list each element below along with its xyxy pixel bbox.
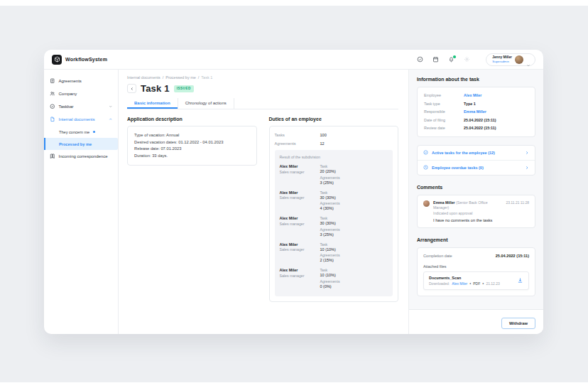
- description-line: Desired vacation dates: 01.12.2022 - 04.…: [134, 139, 250, 146]
- sidebar-item-company[interactable]: Company: [44, 87, 118, 100]
- withdraw-button[interactable]: Withdraw: [501, 318, 535, 329]
- application-description-box: Type of vacation: Annual Desired vacatio…: [127, 126, 257, 166]
- document-icon: [50, 78, 55, 84]
- subdivision-title: Result of the subdivision: [280, 155, 388, 159]
- comment-text: I have no comments on the tasks: [433, 218, 529, 222]
- chevron-down-icon: [526, 58, 530, 62]
- description-line: Type of vacation: Annual: [134, 132, 250, 139]
- description-line: Release date: 07.01.2023: [134, 146, 250, 153]
- breadcrumb-processed-by-me[interactable]: Processed by me: [165, 75, 196, 80]
- application-description-section: Application description Type of vacation…: [127, 117, 257, 302]
- comments-title: Comments: [417, 185, 535, 190]
- arrangement-card: Completion date 25.04.2022 (15:11) Attac…: [417, 247, 535, 297]
- summary-row: Tasks 100: [275, 133, 393, 137]
- duties-box: Tasks 100 Agreements 12 Result of the su…: [269, 126, 399, 302]
- quick-links-card: Active tasks for the employee (12) Emplo…: [417, 145, 535, 176]
- subdivision-entry: Alex Miler Sales manager Task 10 (10%) A…: [280, 242, 388, 263]
- check-circle-icon: [423, 150, 428, 155]
- user-name: Jenny Miller: [492, 55, 512, 59]
- attached-file[interactable]: Documents_Scan Downloaded: Alex Miler ● …: [423, 271, 529, 291]
- notifications-bell-icon[interactable]: [448, 56, 454, 63]
- back-button[interactable]: [127, 84, 136, 93]
- completion-date-label: Completion date: [423, 254, 452, 258]
- sidebar-subitem-label: They concern me: [59, 130, 89, 134]
- unread-dot: [93, 131, 95, 133]
- clock-icon: [423, 165, 428, 170]
- info-row: Task type Type 1: [424, 102, 528, 106]
- sidebar-item-label: Internal documents: [59, 117, 95, 122]
- people-icon: [50, 91, 55, 97]
- info-row: Review date 25.04.2022 (15:11): [424, 126, 528, 130]
- tasks-check-icon[interactable]: [417, 56, 423, 63]
- task-info-panel: Information about the task Employee Alex…: [408, 70, 543, 334]
- completion-date-value: 25.04.2022 (15:11): [496, 254, 529, 258]
- sidebar-item-label: Agreements: [59, 79, 82, 83]
- comment-avatar: [423, 200, 430, 207]
- overdue-tasks-link[interactable]: Employee overdue tasks (0): [418, 160, 535, 175]
- sidebar: Agreements Company Taskbar Internal docu…: [44, 70, 119, 334]
- sidebar-subitem-processed-by-me[interactable]: Processed by me: [44, 138, 118, 150]
- attached-files-label: Attached files: [423, 264, 529, 269]
- info-row: Date of filing 25.04.2022 (15:11): [424, 118, 528, 122]
- brand-logo-icon: [52, 55, 62, 65]
- breadcrumb-internal-documents[interactable]: Internal documents: [127, 75, 160, 80]
- chevron-right-icon: [525, 151, 529, 155]
- arrangement-title: Arrangement: [417, 237, 535, 242]
- book-icon: [50, 153, 55, 159]
- section-title: Duties of an employee: [269, 117, 399, 122]
- comment-author: Emma Miller: [433, 200, 455, 205]
- check-circle-icon: [50, 104, 55, 109]
- sidebar-item-label: Company: [59, 92, 77, 96]
- task-info-card: Employee Alex Miler Task type Type 1 Res…: [417, 87, 535, 137]
- section-title: Application description: [127, 117, 257, 122]
- top-bar: WorkflowSystem Jenny Miller Superadmin: [44, 50, 543, 70]
- main-content: Internal documents/ Processed by me/ Tas…: [119, 70, 408, 334]
- tab-basic-information[interactable]: Basic information: [127, 98, 178, 109]
- sidebar-subitem-they-concern-me[interactable]: They concern me: [44, 126, 118, 138]
- calendar-icon[interactable]: [432, 56, 439, 63]
- subdivision-entry: Alex Miler Sales manager Task 20 (20%) A…: [280, 164, 388, 185]
- responsible-link[interactable]: Emma Miller: [464, 109, 486, 114]
- description-line: Duration: 33 days.: [134, 153, 250, 160]
- file-downloaded-by[interactable]: Alex Miler: [452, 281, 467, 286]
- sidebar-subitem-label: Processed by me: [59, 142, 92, 146]
- sidebar-item-internal-documents[interactable]: Internal documents: [44, 113, 118, 126]
- sidebar-item-label: Taskbar: [59, 104, 74, 109]
- comment-timestamp: 23.11.21 11:28: [506, 200, 529, 205]
- chevron-right-icon: [525, 166, 529, 170]
- sidebar-item-taskbar[interactable]: Taskbar: [44, 100, 118, 113]
- duties-section: Duties of an employee Tasks 100 Agreemen…: [269, 117, 399, 302]
- sidebar-item-incoming-correspondence[interactable]: Incoming correspondence: [44, 150, 118, 163]
- notification-dot: [453, 55, 456, 58]
- summary-row: Agreements 12: [275, 141, 393, 146]
- brand-name: WorkflowSystem: [65, 57, 107, 62]
- user-role: Superadmin: [492, 60, 512, 63]
- panel-footer: Withdraw: [409, 309, 543, 334]
- chevron-down-icon: [109, 104, 113, 109]
- breadcrumb: Internal documents/ Processed by me/ Tas…: [127, 75, 398, 80]
- user-menu[interactable]: Jenny Miller Superadmin: [486, 53, 535, 66]
- file-meta: Downloaded: Alex Miler ● PDF ● 21.12.23: [429, 281, 511, 286]
- active-tasks-link[interactable]: Active tasks for the employee (12): [418, 146, 535, 160]
- avatar: [515, 55, 523, 64]
- sidebar-item-agreements[interactable]: Agreements: [44, 75, 118, 87]
- subdivision-entry: Alex Miler Sales manager Task 30 (30%) A…: [280, 190, 388, 211]
- chevron-up-icon: [109, 117, 113, 122]
- page-title: Task 1: [141, 83, 170, 94]
- app-window: WorkflowSystem Jenny Miller Superadmin: [44, 50, 543, 334]
- comment-context: Indicated upon approval: [433, 211, 529, 215]
- tabs: Basic information Chronology of actions: [127, 98, 398, 109]
- sidebar-item-label: Incoming correspondence: [59, 154, 108, 158]
- status-badge: ISSUED: [174, 85, 194, 92]
- info-row: Responsible Emma Miller: [424, 109, 528, 114]
- info-panel-title: Information about the task: [417, 77, 535, 82]
- subdivision-result: Result of the subdivision Alex Miler Sal…: [275, 150, 393, 296]
- file-name: Documents_Scan: [429, 276, 511, 280]
- employee-link[interactable]: Alex Miler: [464, 93, 481, 97]
- tab-chronology-of-actions[interactable]: Chronology of actions: [178, 98, 234, 109]
- file-icon: [50, 117, 55, 122]
- subdivision-entry: Alex Miler Sales manager Task 30 (30%) A…: [280, 216, 388, 237]
- download-icon[interactable]: [517, 277, 523, 284]
- settings-gear-icon[interactable]: [464, 56, 470, 63]
- breadcrumb-task: Task 1: [201, 75, 212, 80]
